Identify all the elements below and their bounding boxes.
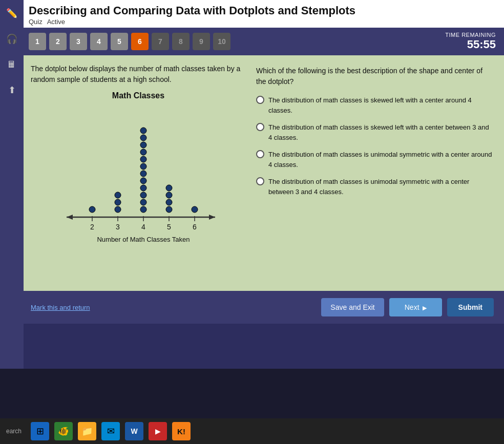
save-exit-button[interactable]: Save and Exit xyxy=(321,298,384,316)
svg-point-14 xyxy=(89,206,95,213)
taskbar-youtube-icon[interactable]: ▶ xyxy=(149,422,167,440)
svg-point-25 xyxy=(140,156,146,162)
nav-bar: 1 2 3 4 5 6 7 8 9 10 TIME REMAINING 55:5… xyxy=(0,28,504,55)
radio-d[interactable] xyxy=(256,177,264,185)
svg-point-19 xyxy=(140,199,146,205)
header-subtitle: Quiz Active xyxy=(29,18,496,26)
mark-return-link[interactable]: Mark this and return xyxy=(31,304,90,311)
nav-btn-2[interactable]: 2 xyxy=(49,33,67,50)
right-question-text: Which of the following is the best descr… xyxy=(256,66,494,87)
svg-point-22 xyxy=(140,178,146,184)
nav-btn-7[interactable]: 7 xyxy=(152,33,169,50)
svg-point-34 xyxy=(192,206,198,213)
taskbar-files-icon[interactable]: 🐠 xyxy=(54,422,73,440)
svg-point-28 xyxy=(140,135,146,141)
left-question-text: The dotplot below displays the number of… xyxy=(31,64,246,85)
answer-option-a[interactable]: The distribution of math classes is skew… xyxy=(256,95,494,115)
status-badge: Active xyxy=(47,18,65,26)
svg-point-23 xyxy=(140,171,146,177)
quiz-wrapper: ✏️ 🎧 🖩 ⬆ Describing and Comparing Data w… xyxy=(0,0,504,369)
headphone-icon[interactable]: 🎧 xyxy=(4,31,20,47)
svg-point-15 xyxy=(115,206,121,213)
nav-btn-4[interactable]: 4 xyxy=(90,33,108,50)
nav-btn-10[interactable]: 10 xyxy=(213,33,230,50)
header: Describing and Comparing Data with Dotpl… xyxy=(0,0,504,28)
dotplot-container: 2 3 4 5 6 Number of Math Classes Taken xyxy=(51,104,225,250)
answer-option-b[interactable]: The distribution of math classes is skew… xyxy=(256,122,494,142)
svg-text:4: 4 xyxy=(141,223,145,231)
page-title: Describing and Comparing Data with Dotpl… xyxy=(29,4,496,17)
taskbar: earch ⊞ 🐠 📁 ✉ W ▶ K! xyxy=(0,418,504,444)
taskbar-search-label: earch xyxy=(6,428,22,435)
svg-point-31 xyxy=(166,199,172,205)
taskbar-folder-icon[interactable]: 📁 xyxy=(78,422,96,440)
bottom-bar: Mark this and return Save and Exit Next … xyxy=(0,291,504,324)
time-label: TIME REMAINING xyxy=(445,32,496,38)
svg-point-32 xyxy=(166,192,172,198)
svg-point-30 xyxy=(166,206,172,213)
svg-point-17 xyxy=(115,192,121,198)
svg-point-26 xyxy=(140,149,146,155)
answer-text-a: The distribution of math classes is skew… xyxy=(268,95,494,115)
nav-btn-6[interactable]: 6 xyxy=(131,33,149,50)
svg-text:Number of Math Classes Taken: Number of Math Classes Taken xyxy=(97,236,190,243)
pencil-icon[interactable]: ✏️ xyxy=(4,5,20,22)
bottom-buttons: Save and Exit Next Submit xyxy=(321,298,494,316)
svg-point-20 xyxy=(140,192,146,198)
content-area: The dotplot below displays the number of… xyxy=(0,55,504,291)
right-panel: Which of the following is the best descr… xyxy=(256,64,494,283)
svg-marker-1 xyxy=(67,215,73,220)
answer-text-c: The distribution of math classes is unim… xyxy=(268,150,494,170)
radio-c[interactable] xyxy=(256,150,264,158)
time-value: 55:55 xyxy=(445,38,496,51)
left-panel: The dotplot below displays the number of… xyxy=(31,64,246,283)
nav-btn-9[interactable]: 9 xyxy=(193,33,210,50)
svg-point-27 xyxy=(140,142,146,148)
nav-btn-1[interactable]: 1 xyxy=(29,33,46,50)
nav-btn-3[interactable]: 3 xyxy=(70,33,87,50)
dotplot-svg: 2 3 4 5 6 Number of Math Classes Taken xyxy=(51,104,225,248)
svg-text:5: 5 xyxy=(167,223,171,231)
nav-btn-5[interactable]: 5 xyxy=(111,33,128,50)
chart-title: Math Classes xyxy=(31,91,246,100)
taskbar-app-icon[interactable]: K! xyxy=(172,422,191,440)
left-toolbar: ✏️ 🎧 🖩 ⬆ xyxy=(0,0,24,369)
calculator-icon[interactable]: 🖩 xyxy=(4,56,20,73)
svg-point-18 xyxy=(140,206,146,213)
submit-button[interactable]: Submit xyxy=(447,298,494,316)
time-remaining: TIME REMAINING 55:55 xyxy=(445,32,496,51)
svg-point-29 xyxy=(140,128,146,134)
svg-point-16 xyxy=(115,199,121,205)
svg-text:3: 3 xyxy=(116,223,120,231)
quiz-label: Quiz xyxy=(29,18,43,26)
svg-marker-2 xyxy=(209,215,215,220)
question-nav: 1 2 3 4 5 6 7 8 9 10 xyxy=(29,33,230,50)
answer-text-d: The distribution of math classes is unim… xyxy=(268,177,494,197)
nav-btn-8[interactable]: 8 xyxy=(172,33,190,50)
svg-point-24 xyxy=(140,163,146,170)
next-button[interactable]: Next xyxy=(389,298,442,316)
answer-text-b: The distribution of math classes is skew… xyxy=(268,122,494,142)
radio-b[interactable] xyxy=(256,123,264,131)
svg-point-21 xyxy=(140,185,146,191)
taskbar-desktop-icon[interactable]: ⊞ xyxy=(31,422,49,440)
answer-option-d[interactable]: The distribution of math classes is unim… xyxy=(256,177,494,197)
taskbar-mail-icon[interactable]: ✉ xyxy=(101,422,120,440)
radio-a[interactable] xyxy=(256,96,264,104)
svg-text:2: 2 xyxy=(90,223,94,231)
arrow-up-icon[interactable]: ⬆ xyxy=(4,82,20,98)
answer-option-c[interactable]: The distribution of math classes is unim… xyxy=(256,150,494,170)
svg-text:6: 6 xyxy=(193,223,197,231)
taskbar-word-icon[interactable]: W xyxy=(125,422,143,440)
svg-point-33 xyxy=(166,185,172,191)
